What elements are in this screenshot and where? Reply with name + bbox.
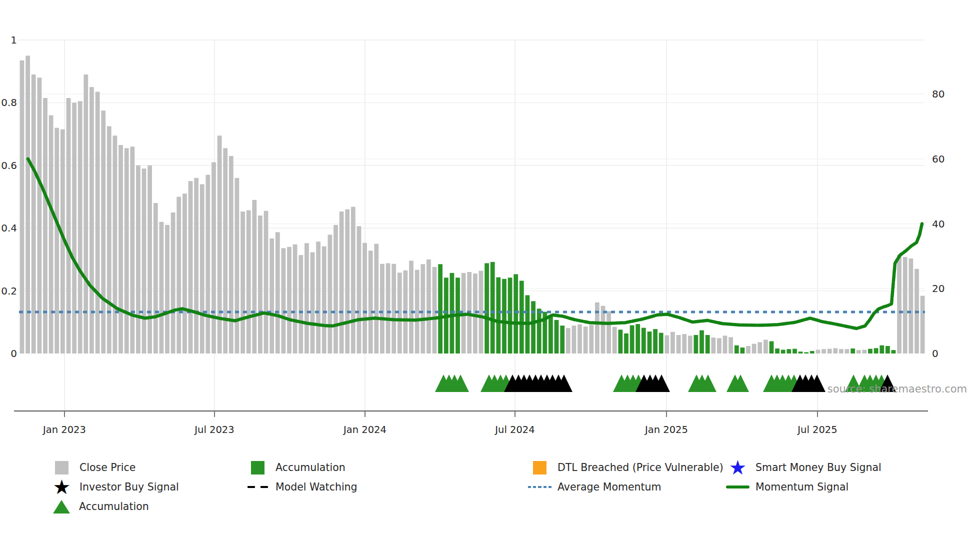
right-axis-tick-label: 0 [932, 348, 938, 360]
close-price-bar [223, 148, 228, 354]
close-price-bar [124, 148, 129, 354]
close-price-bar [194, 178, 198, 354]
close-price-bar [845, 349, 850, 354]
close-price-bar [334, 225, 338, 354]
accumulation-bar [618, 330, 623, 354]
legend-item-accumulation-triangle: Accumulation [50, 499, 179, 514]
close-price-bar [670, 332, 675, 354]
left-axis-tick-label: 0.8 [1, 96, 17, 108]
close-price-bar [287, 247, 292, 354]
close-price-bar [572, 326, 576, 354]
accumulation-bar [874, 348, 878, 354]
accumulation-bar [786, 349, 791, 354]
accumulation-bar [740, 348, 745, 354]
dtl-breached-swatch-icon [533, 461, 546, 474]
accumulation-bar [537, 308, 542, 354]
accumulation-bar [648, 332, 652, 354]
legend-item-smart-money: ★ Smart Money Buy Signal [726, 460, 882, 475]
close-price-bar [235, 178, 240, 354]
close-price-bar [136, 166, 140, 354]
close-price-bar [270, 238, 274, 354]
close-price-bar [182, 194, 187, 354]
close-price-bar [142, 168, 146, 354]
close-price-bar [340, 212, 344, 354]
close-price-bar [828, 349, 832, 354]
accumulation-bar [775, 348, 780, 354]
close-price-bar [322, 246, 326, 354]
accumulation-bar [694, 335, 698, 354]
legend: Close Price ★ Investor Buy Signal Accumu… [0, 460, 980, 530]
legend-item-accumulation: Accumulation [246, 460, 358, 475]
accumulation-bar [734, 346, 739, 354]
smart-money-star-icon: ★ [726, 461, 750, 474]
close-price-bar [909, 258, 914, 354]
close-price-bar [130, 146, 134, 354]
close-price-bar [310, 252, 315, 354]
legend-column-3: DTL Breached (Price Vulnerable) Average … [528, 460, 724, 494]
x-axis-tick-label: Jul 2023 [194, 424, 234, 436]
close-price-bar [43, 98, 48, 354]
accumulation-bar [520, 281, 524, 354]
close-price-bar [856, 350, 861, 354]
accumulation-bar [792, 349, 797, 354]
close-price-bar [240, 212, 245, 354]
close-price-bar [246, 210, 251, 354]
close-price-bar [566, 328, 570, 354]
close-price-bar [160, 222, 164, 354]
close-price-bar [171, 212, 176, 354]
close-price-bar [723, 336, 728, 354]
legend-label: Investor Buy Signal [80, 481, 179, 493]
close-price-bar [66, 98, 71, 354]
close-price-bar [584, 326, 588, 354]
close-price-bar [432, 267, 437, 354]
accumulation-swatch-icon [251, 461, 264, 474]
close-price-bar [682, 334, 686, 354]
close-price-bar [206, 175, 210, 354]
left-axis-tick-label: 1 [10, 34, 17, 46]
close-price-bar [479, 271, 484, 354]
chart-page: Jan 2023Jul 2023Jan 2024Jul 2024Jan 2025… [0, 0, 980, 551]
accumulation-bar [781, 350, 786, 354]
legend-label: Model Watching [276, 481, 358, 493]
accumulation-bar [886, 346, 890, 354]
close-price-bar [758, 342, 762, 354]
right-axis-tick-label: 80 [932, 88, 944, 100]
x-axis-tick-label: Jul 2024 [494, 424, 534, 436]
accumulation-bar [496, 278, 500, 354]
close-price-bar [293, 244, 298, 354]
accumulation-bar [770, 342, 774, 354]
close-price-bar [833, 348, 838, 354]
close-price-bar [409, 260, 414, 354]
legend-label: Momentum Signal [756, 481, 848, 493]
close-price-bar [415, 270, 420, 354]
momentum-signal-line-icon [726, 486, 750, 488]
accumulation-triangle-icon [53, 500, 70, 514]
close-price-bar [473, 274, 478, 354]
source-credit: source: sharemaestro.com [828, 383, 967, 395]
x-axis-tick-label: Jan 2024 [342, 424, 386, 436]
accumulation-bar [624, 334, 628, 354]
close-price-bar [688, 336, 692, 354]
accumulation-bar [554, 320, 559, 354]
accumulation-bar [514, 274, 518, 354]
legend-label: Average Momentum [558, 481, 662, 493]
model-watching-dashes-icon [246, 486, 270, 488]
legend-item-investor-buy-signal: ★ Investor Buy Signal [50, 480, 179, 494]
close-price-bar [154, 203, 158, 354]
close-price-bar [351, 207, 356, 354]
close-price-bar [96, 92, 100, 354]
accumulation-bar [490, 262, 495, 354]
close-price-bar [822, 349, 826, 354]
close-price-bar [188, 181, 193, 354]
close-price-bar [920, 296, 925, 354]
close-price-bar [676, 335, 681, 354]
close-price-bar [113, 136, 118, 354]
investor-buy-star-icon: ★ [50, 480, 74, 494]
close-price-bar [90, 87, 94, 354]
close-price-bar [107, 126, 112, 354]
accumulation-bar [502, 279, 506, 354]
accumulation-bar [642, 328, 646, 354]
accumulation-bar [438, 264, 442, 354]
close-price-bar [595, 302, 600, 354]
left-axis-tick-label: 0.4 [1, 222, 17, 234]
